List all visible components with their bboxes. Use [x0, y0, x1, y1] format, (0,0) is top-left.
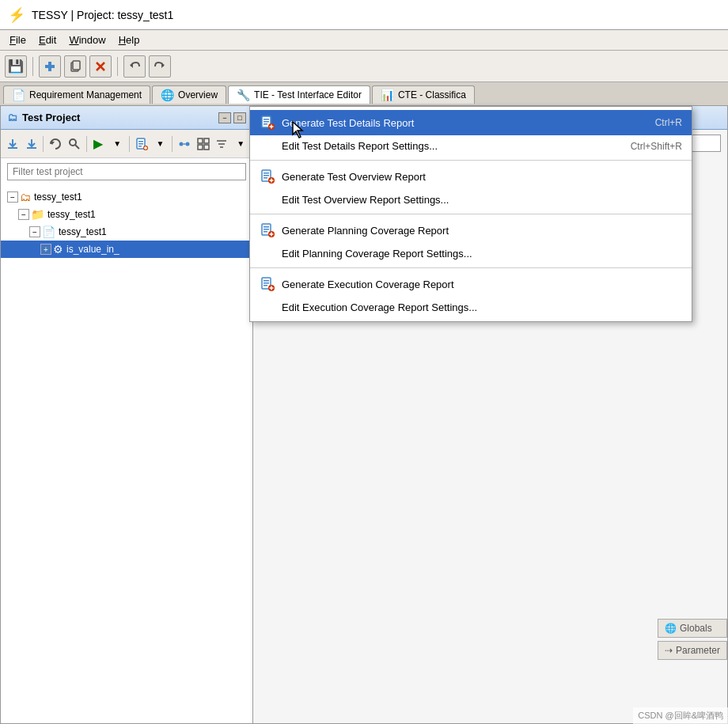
maximize-panel-button[interactable]: □ — [233, 112, 246, 123]
app-title: TESSY | Project: tessy_test1 — [32, 9, 173, 21]
undo-button[interactable] — [123, 55, 146, 78]
menu-help[interactable]: Help — [112, 32, 146, 47]
add-button[interactable] — [39, 55, 61, 78]
menu-edit[interactable]: Edit — [32, 32, 63, 47]
tab-overview-label: Overview — [178, 89, 218, 100]
tree-icon-root: 🗂 — [20, 191, 31, 203]
connect-button[interactable] — [176, 135, 193, 154]
cte-icon: 📊 — [381, 89, 394, 101]
generate-planning-coverage-item[interactable]: Generate Planning Coverage Report — [250, 218, 692, 243]
tree-label-child1: tessy_test1 — [47, 209, 96, 220]
more-button[interactable]: ▼ — [232, 135, 249, 154]
run-button[interactable]: ▶ — [90, 135, 108, 154]
edit-planning-coverage-settings-item[interactable]: Edit Planning Coverage Report Settings..… — [250, 243, 692, 264]
panel-sep-3 — [129, 136, 130, 152]
generate-test-details-report-item[interactable]: Generate Test Details Report Ctrl+R — [250, 110, 692, 135]
filter-more-button[interactable] — [214, 135, 231, 154]
search-button[interactable] — [66, 135, 83, 154]
generate-planning-coverage-label: Generate Planning Coverage Report — [282, 225, 682, 237]
generate-test-overview-item[interactable]: Generate Test Overview Report — [250, 164, 692, 189]
toolbar-separator-1 — [32, 57, 33, 76]
report-button[interactable] — [133, 135, 150, 154]
edit-test-details-shortcut: Ctrl+Shift+R — [631, 141, 682, 152]
menu-group-1: Generate Test Details Report Ctrl+R Edit… — [250, 107, 692, 161]
edit-planning-coverage-label: Edit Planning Coverage Report Settings..… — [282, 248, 472, 260]
app-logo: ⚡ — [8, 6, 25, 24]
edit-test-overview-settings-item[interactable]: Edit Test Overview Report Settings... — [250, 189, 692, 210]
tab-overview[interactable]: 🌐 Overview — [152, 85, 226, 104]
svg-point-11 — [70, 139, 76, 146]
edit-execution-coverage-settings-item[interactable]: Edit Execution Coverage Report Settings.… — [250, 297, 692, 318]
overview-report-icon — [260, 169, 275, 184]
tree-item-root[interactable]: − 🗂 tessy_test1 — [1, 188, 252, 206]
left-panel-title: 🗂 Test Project — [7, 112, 80, 123]
save-button[interactable]: 💾 — [5, 55, 27, 78]
copy-button[interactable] — [64, 55, 86, 78]
tree-toggle-child1[interactable]: − — [18, 209, 29, 220]
report-dropdown-button[interactable]: ▼ — [152, 135, 169, 154]
svg-rect-54 — [264, 285, 267, 286]
left-panel: 🗂 Test Project − □ ▶ — [0, 106, 253, 724]
svg-rect-3 — [73, 61, 80, 70]
tree-item-child3[interactable]: + ⚙ is_value_in_ — [1, 241, 252, 258]
parameter-icon: ⇢ — [665, 645, 673, 656]
download2-button[interactable] — [23, 135, 40, 154]
tab-requirement-management[interactable]: 📄 Requirement Management — [3, 85, 150, 104]
main-toolbar: 💾 — [0, 51, 728, 82]
menu-window[interactable]: Window — [63, 32, 112, 47]
redo-button[interactable] — [149, 55, 171, 78]
svg-rect-24 — [204, 138, 209, 143]
svg-rect-26 — [204, 145, 209, 150]
generate-execution-coverage-label: Generate Execution Coverage Report — [282, 279, 682, 290]
menu-group-2: Generate Test Overview Report Edit Test … — [250, 161, 692, 214]
tree-label-child2: tessy_test1 — [59, 226, 107, 237]
svg-rect-31 — [264, 119, 269, 120]
svg-line-12 — [75, 145, 79, 149]
delete-button[interactable] — [89, 55, 112, 78]
svg-point-20 — [180, 142, 184, 146]
overview-icon: 🌐 — [161, 89, 174, 101]
tab-tie[interactable]: 🔧 TIE - Test Interface Editor — [228, 85, 370, 104]
tree-toggle-child2[interactable]: − — [29, 226, 40, 237]
generate-test-details-report-label: Generate Test Details Report — [282, 117, 649, 129]
run-dropdown-button[interactable]: ▼ — [108, 135, 126, 154]
svg-rect-46 — [264, 229, 269, 230]
refresh-button[interactable] — [47, 135, 64, 154]
generate-execution-coverage-item[interactable]: Generate Execution Coverage Report — [250, 271, 692, 297]
minimize-panel-button[interactable]: − — [218, 112, 231, 123]
main-area: 🗂 Test Project − □ ▶ — [0, 106, 728, 724]
tree-item-child1[interactable]: − 📁 tessy_test1 — [1, 206, 252, 223]
svg-rect-15 — [138, 143, 143, 145]
download1-button[interactable] — [4, 135, 21, 154]
tie-icon: 🔧 — [237, 89, 250, 101]
menu-bar: File Edit Window Help — [0, 30, 728, 51]
toolbar-separator-2 — [117, 57, 118, 76]
tree-toggle-child3[interactable]: + — [40, 244, 51, 255]
tab-cte-label: CTE - Classifica — [398, 89, 466, 100]
svg-point-21 — [186, 142, 190, 146]
watermark: CSDN @回眸&啤酒鸭 — [633, 707, 728, 724]
svg-rect-47 — [264, 231, 267, 233]
filter-input[interactable] — [7, 163, 246, 180]
panel-sep-2 — [86, 136, 87, 152]
svg-rect-16 — [138, 146, 142, 147]
req-mgmt-icon: 📄 — [12, 89, 25, 101]
planning-report-icon — [260, 222, 275, 238]
menu-file[interactable]: File — [3, 32, 32, 47]
execution-report-icon — [260, 276, 275, 292]
tab-tie-label: TIE - Test Interface Editor — [254, 89, 362, 100]
title-bar: ⚡ TESSY | Project: tessy_test1 — [0, 0, 728, 30]
tree-item-child2[interactable]: − 📄 tessy_test1 — [1, 223, 252, 241]
svg-rect-1 — [45, 65, 55, 68]
svg-rect-9 — [27, 147, 36, 149]
tree-toggle-root[interactable]: − — [7, 191, 18, 203]
tree-icon-child3: ⚙ — [53, 243, 63, 256]
tab-cte[interactable]: 📊 CTE - Classifica — [372, 85, 475, 104]
globals-icon: 🌐 — [665, 623, 677, 634]
svg-rect-40 — [264, 177, 267, 179]
tab-bar: 📄 Requirement Management 🌐 Overview 🔧 TI… — [0, 82, 728, 106]
expand-button[interactable] — [195, 135, 212, 154]
generate-test-overview-label: Generate Test Overview Report — [282, 171, 682, 183]
svg-rect-45 — [264, 226, 269, 228]
edit-test-details-settings-item[interactable]: Edit Test Details Report Settings... Ctr… — [250, 135, 692, 157]
